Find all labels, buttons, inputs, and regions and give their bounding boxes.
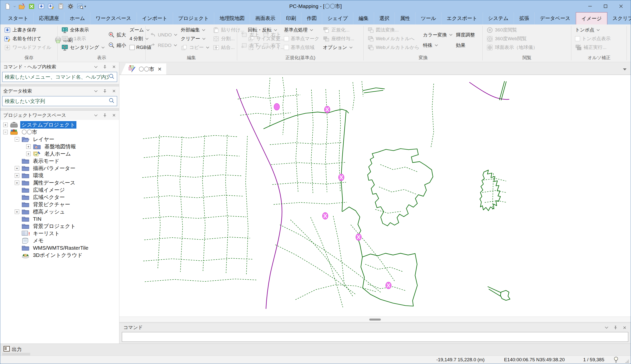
- effects-button[interactable]: 効果: [455, 41, 476, 50]
- tree-item-background-picture[interactable]: 背景ピクチャー: [0, 201, 119, 208]
- paste-special-icon[interactable]: [57, 2, 64, 10]
- bulb-icon[interactable]: [613, 356, 619, 363]
- close-icon[interactable]: [112, 89, 116, 93]
- tree-item-draw-parameters[interactable]: +描画パラメーター: [0, 164, 119, 172]
- expand-icon[interactable]: +: [26, 152, 31, 156]
- menu-tab-image[interactable]: イメージ: [576, 12, 607, 24]
- centering-button[interactable]: センタリング: [60, 43, 106, 52]
- expand-icon[interactable]: +: [15, 210, 19, 214]
- help-search-input[interactable]: [5, 74, 108, 80]
- tab-list-dropdown-icon[interactable]: [623, 67, 627, 72]
- pin-icon[interactable]: [103, 113, 107, 118]
- output-tab[interactable]: 出力: [3, 345, 22, 354]
- expand-icon[interactable]: +: [15, 180, 19, 185]
- tree-item-city[interactable]: −〇〇市: [0, 128, 119, 136]
- menu-tab-start[interactable]: スタート: [3, 12, 34, 24]
- close-icon[interactable]: [112, 113, 116, 118]
- expand-icon[interactable]: +: [26, 144, 31, 149]
- image-search-icon[interactable]: [76, 2, 84, 10]
- tree-item-point-cloud-3d[interactable]: 3Dポイントクラウド: [0, 252, 119, 259]
- new-file-icon[interactable]: [4, 2, 11, 10]
- data-search-input[interactable]: [5, 98, 108, 104]
- search-icon[interactable]: [108, 98, 114, 104]
- maximize-icon[interactable]: [603, 4, 608, 8]
- tab-close-icon[interactable]: ✕: [157, 66, 162, 72]
- menu-tab-edit[interactable]: 編集: [353, 12, 374, 24]
- menu-tab-screen-display[interactable]: 画面表示: [250, 12, 281, 24]
- menu-tab-gsi-map[interactable]: 地理院地図: [214, 12, 250, 24]
- close-icon[interactable]: [622, 325, 627, 330]
- open-file-icon[interactable]: [18, 2, 26, 10]
- document-tab-city[interactable]: 〇〇市 ✕: [121, 64, 166, 75]
- collapse-icon[interactable]: −: [3, 130, 8, 134]
- tree-item-key-list[interactable]: !キーリスト: [0, 230, 119, 237]
- tree-item-attribute-database[interactable]: +属性データベース: [0, 179, 119, 186]
- close-icon[interactable]: [112, 65, 116, 69]
- save-as-icon[interactable]: [47, 2, 55, 10]
- tree-item-memo[interactable]: メモ: [0, 237, 119, 244]
- overwrite-save-button[interactable]: 上書き保存: [3, 26, 52, 34]
- tree-item-environment[interactable]: +環境: [0, 172, 119, 179]
- save-icon[interactable]: [38, 2, 45, 10]
- clear-button[interactable]: クリアー: [180, 34, 210, 43]
- resize-grip[interactable]: [625, 360, 629, 363]
- color-convert-button[interactable]: カラー変換: [422, 31, 454, 39]
- menu-tab-import[interactable]: インポート: [137, 12, 173, 24]
- menu-tab-project[interactable]: プロジェクト: [173, 12, 214, 24]
- menu-tab-system[interactable]: システム: [483, 12, 514, 24]
- menu-tab-applied-course[interactable]: 応用講座: [34, 12, 64, 24]
- tree-item-elevation-mesh[interactable]: +標高メッシュ: [0, 208, 119, 215]
- menu-tab-workspace[interactable]: ワークスペース: [90, 12, 136, 24]
- expand-icon[interactable]: +: [3, 122, 8, 127]
- menu-tab-attribute[interactable]: 属性: [395, 12, 416, 24]
- chevron-down-icon[interactable]: [94, 89, 98, 93]
- menu-tab-extension[interactable]: 拡張: [514, 12, 534, 24]
- search-icon[interactable]: [108, 74, 114, 80]
- menu-tab-shape[interactable]: シェイプ: [322, 12, 353, 24]
- new-file-dropdown-icon[interactable]: [14, 4, 16, 8]
- control-point-process-button[interactable]: 基準点処理: [283, 26, 320, 34]
- close-project-icon[interactable]: [28, 2, 35, 10]
- external-edit-button[interactable]: 外部編集: [180, 26, 210, 34]
- tree-item-wide-vector[interactable]: 広域ベクター: [0, 194, 119, 201]
- map-scrollbar[interactable]: [119, 316, 631, 322]
- brightness-adjust-button[interactable]: 輝度調整: [455, 31, 476, 39]
- chevron-down-icon[interactable]: [94, 65, 98, 69]
- pin-icon[interactable]: [103, 65, 107, 69]
- zoom-out-button[interactable]: 縮小: [107, 41, 127, 50]
- map-viewport[interactable]: [119, 75, 631, 316]
- tree-item-layers[interactable]: −レイヤー: [0, 136, 119, 143]
- panel-separator[interactable]: [0, 84, 119, 86]
- minimize-icon[interactable]: [588, 4, 592, 8]
- tree-item-wms-wmts-rastertile[interactable]: WMS/WMTS/RasterTile: [0, 244, 119, 252]
- menu-tab-select[interactable]: 選択: [374, 12, 395, 24]
- tree-item-wide-image[interactable]: 広域イメージ: [0, 186, 119, 194]
- tree-item-base-map-info[interactable]: +基盤地図情報: [0, 143, 119, 150]
- menu-tab-print[interactable]: 印刷: [281, 12, 302, 24]
- menu-tab-export[interactable]: エクスポート: [442, 12, 483, 24]
- panel-separator[interactable]: [0, 108, 119, 110]
- collapse-icon[interactable]: −: [15, 137, 19, 142]
- expand-icon[interactable]: +: [15, 166, 19, 170]
- options-button[interactable]: オプション: [322, 43, 356, 52]
- tombo-point-button[interactable]: トンボ点: [574, 26, 612, 34]
- menu-tab-script[interactable]: スクリプト: [607, 12, 631, 24]
- fit-view-button[interactable]: 全体表示: [60, 26, 106, 34]
- map-scrollbar-thumb[interactable]: [369, 318, 381, 320]
- tree-item-elderly-home[interactable]: +老人ホーム: [0, 150, 119, 157]
- quick-access-more-icon[interactable]: ▾: [84, 4, 86, 8]
- chevron-down-icon[interactable]: [604, 325, 609, 330]
- special-button[interactable]: 特殊: [422, 41, 454, 50]
- menu-tab-database[interactable]: データベース: [534, 12, 576, 24]
- pin-icon[interactable]: [103, 89, 107, 93]
- settings-icon[interactable]: [67, 2, 74, 10]
- menu-tab-tools[interactable]: ツール: [416, 12, 442, 24]
- menu-tab-home[interactable]: ホーム: [64, 12, 90, 24]
- menu-tab-drawing[interactable]: 作図: [302, 12, 322, 24]
- tree-item-system-project[interactable]: +システムプロジェクト: [0, 121, 119, 128]
- zoom-in-button[interactable]: 拡大: [107, 31, 127, 39]
- command-input[interactable]: [122, 332, 628, 342]
- expand-icon[interactable]: +: [15, 173, 19, 178]
- tree-item-tin[interactable]: TIN: [0, 215, 119, 222]
- close-icon[interactable]: [619, 4, 623, 8]
